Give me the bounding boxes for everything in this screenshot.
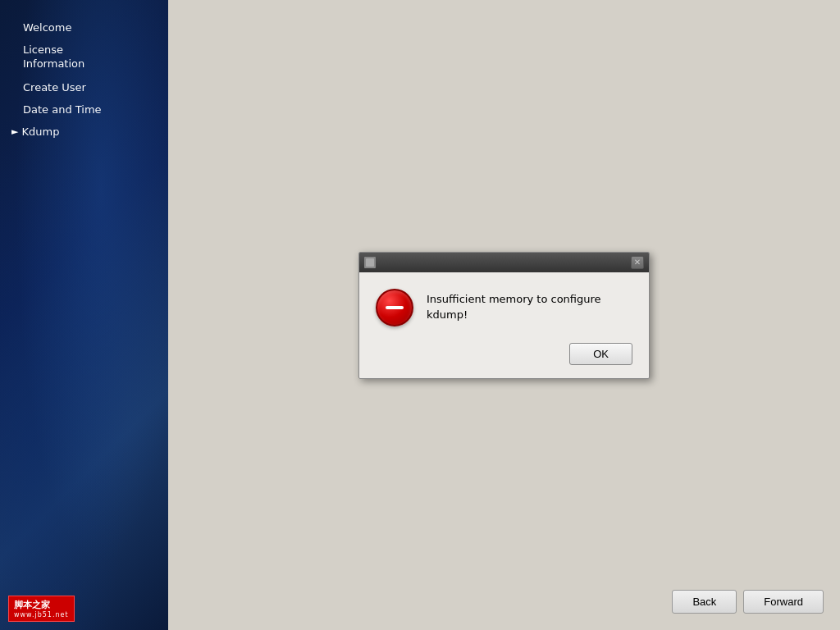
dialog-message: Insufficient memory to configure kdump! bbox=[427, 292, 632, 322]
main-content: ✕ Insufficient memory to configure kdump… bbox=[168, 0, 840, 630]
sidebar-item-license-information[interactable]: LicenseInformation bbox=[0, 39, 168, 76]
sidebar-kdump-arrow-icon: ► bbox=[11, 126, 18, 137]
logo-box: 脚本之家 www.jb51.net bbox=[8, 596, 75, 622]
logo-text-top: 脚本之家 bbox=[14, 599, 69, 611]
back-button[interactable]: Back bbox=[672, 590, 737, 614]
sidebar-item-create-user-label: Create User bbox=[23, 81, 86, 94]
sidebar-item-license-information-label: LicenseInformation bbox=[23, 43, 84, 70]
dialog-content-row: Insufficient memory to configure kdump! bbox=[376, 289, 632, 326]
forward-button[interactable]: Forward bbox=[743, 590, 824, 614]
sidebar-item-kdump[interactable]: ► Kdump bbox=[0, 121, 168, 143]
sidebar-item-date-and-time-label: Date and Time bbox=[23, 103, 102, 116]
dialog-overlay: ✕ Insufficient memory to configure kdump… bbox=[168, 0, 840, 630]
sidebar-item-create-user[interactable]: Create User bbox=[0, 76, 168, 98]
sidebar-item-welcome[interactable]: Welcome bbox=[0, 16, 168, 39]
dialog-titlebar: ✕ bbox=[359, 253, 649, 272]
dialog-title-icon bbox=[364, 257, 376, 268]
dialog-body: Insufficient memory to configure kdump! … bbox=[359, 272, 649, 378]
dialog-close-button[interactable]: ✕ bbox=[631, 256, 644, 269]
sidebar-item-date-and-time[interactable]: Date and Time bbox=[0, 98, 168, 121]
bottom-navigation: Back Forward bbox=[672, 590, 824, 614]
logo-text-bottom: www.jb51.net bbox=[14, 611, 69, 619]
error-dialog: ✕ Insufficient memory to configure kdump… bbox=[358, 252, 650, 379]
error-icon bbox=[376, 289, 413, 326]
sidebar-logo: 脚本之家 www.jb51.net bbox=[8, 596, 75, 622]
dialog-title-icon-inner bbox=[366, 258, 374, 267]
dialog-ok-button[interactable]: OK bbox=[569, 343, 632, 365]
dialog-buttons: OK bbox=[376, 343, 632, 365]
error-icon-bar bbox=[386, 306, 404, 309]
sidebar-item-welcome-label: Welcome bbox=[23, 21, 71, 34]
sidebar-item-kdump-label: Kdump bbox=[21, 126, 59, 138]
sidebar: Welcome LicenseInformation Create User D… bbox=[0, 0, 168, 630]
